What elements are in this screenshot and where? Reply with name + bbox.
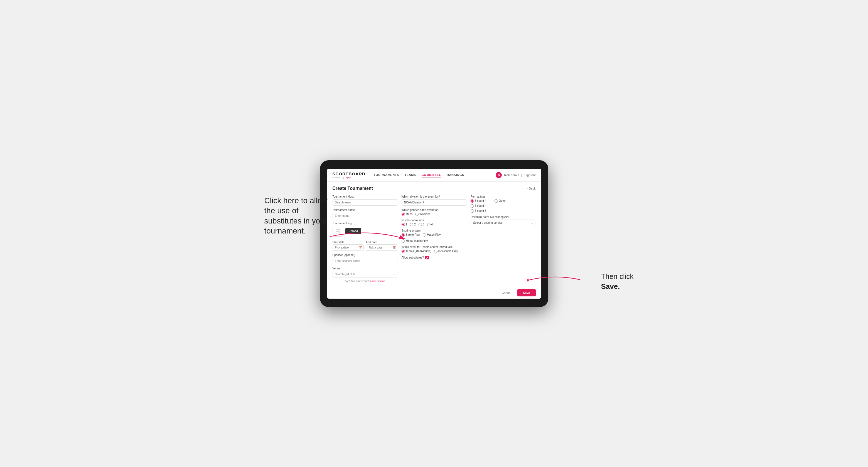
nav-tournaments[interactable]: TOURNAMENTS bbox=[374, 172, 399, 178]
tournament-name-group: Tournament name bbox=[333, 209, 397, 219]
nav-committee[interactable]: COMMITTEE bbox=[422, 172, 441, 178]
cancel-button[interactable]: Cancel bbox=[498, 289, 515, 296]
rounds-4-radio[interactable] bbox=[427, 223, 431, 226]
scoring-api-label: Use third-party live scoring API? bbox=[471, 215, 535, 218]
format-other-radio[interactable] bbox=[495, 199, 498, 203]
page-header: Create Tournament ‹ Back bbox=[333, 186, 536, 191]
scoring-api-select[interactable]: Select a scoring service bbox=[471, 220, 535, 226]
email-support-link[interactable]: email support bbox=[370, 280, 385, 282]
format-5count4-radio[interactable] bbox=[471, 199, 474, 203]
user-label: blair admin bbox=[504, 174, 519, 177]
gender-womens-radio[interactable] bbox=[415, 213, 418, 216]
venue-label: Venue bbox=[333, 267, 397, 270]
scoring-stroke-label: Stroke Play bbox=[406, 233, 420, 236]
rounds-4-label: 4 bbox=[431, 223, 433, 226]
nav-teams[interactable]: TEAMS bbox=[405, 172, 416, 178]
format-6count5-label: 6 count 5 bbox=[475, 209, 486, 212]
save-button[interactable]: Save bbox=[517, 289, 536, 297]
format-6count4-option[interactable]: 6 count 4 bbox=[471, 204, 535, 208]
gender-label: Which gender is the event for? bbox=[402, 209, 466, 212]
signout-link[interactable]: Sign out bbox=[524, 174, 535, 177]
allow-substitutes-group: Allow substitutes? bbox=[402, 256, 466, 259]
gender-womens-option[interactable]: Womens bbox=[415, 213, 430, 216]
scoring-radio-group: Stroke Play Match Play Medal Match Play bbox=[402, 233, 466, 243]
venue-group: Venue Can't find your venue? email suppo… bbox=[333, 267, 397, 282]
allow-substitutes-checkbox[interactable] bbox=[425, 256, 429, 259]
format-type-label: Format type bbox=[471, 195, 535, 198]
rounds-4-option[interactable]: 4 bbox=[427, 223, 433, 226]
format-other-label: Other bbox=[499, 199, 506, 202]
sponsor-input[interactable] bbox=[333, 258, 397, 264]
back-link[interactable]: ‹ Back bbox=[527, 187, 535, 190]
division-label: Which division is the event for? bbox=[402, 195, 466, 198]
rounds-2-label: 2 bbox=[414, 223, 416, 226]
scoring-match-radio[interactable] bbox=[423, 233, 426, 237]
event-teams-radio[interactable] bbox=[402, 250, 405, 253]
event-individuals-label: Individuals Only bbox=[438, 250, 458, 253]
tournament-name-input[interactable] bbox=[333, 213, 397, 219]
sponsor-label: Sponsor (optional) bbox=[333, 253, 397, 257]
format-options: 5 count 4 Other 6 count 4 bbox=[471, 199, 535, 213]
division-select[interactable]: NCAA Division I NCAA Division II NCAA Di… bbox=[402, 199, 466, 206]
tournament-host-select-wrapper bbox=[333, 199, 397, 206]
rounds-2-option[interactable]: 2 bbox=[410, 223, 416, 226]
scoring-match-option[interactable]: Match Play bbox=[423, 233, 440, 237]
rounds-3-option[interactable]: 3 bbox=[418, 223, 425, 226]
rounds-group: Number of rounds 1 2 bbox=[402, 219, 466, 226]
nav-right: B blair admin | Sign out bbox=[496, 172, 535, 178]
scoring-group: Scoring system Stroke Play Match Play bbox=[402, 229, 466, 243]
division-select-wrapper: NCAA Division I NCAA Division II NCAA Di… bbox=[402, 199, 466, 206]
rounds-label: Number of rounds bbox=[402, 219, 466, 222]
gender-mens-radio[interactable] bbox=[402, 213, 405, 216]
gender-group: Which gender is the event for? Mens Wome… bbox=[402, 209, 466, 216]
scoring-match-label: Match Play bbox=[427, 233, 440, 236]
allow-substitutes-option[interactable]: Allow substitutes? bbox=[402, 256, 466, 259]
nav-items: TOURNAMENTS TEAMS COMMITTEE RANKINGS bbox=[374, 172, 496, 178]
page-title: Create Tournament bbox=[333, 186, 373, 191]
event-type-radio-group: Teams (+Individuals) Individuals Only bbox=[402, 250, 466, 253]
form-col-3: Format type 5 count 4 Other bbox=[471, 195, 535, 282]
gender-womens-label: Womens bbox=[420, 213, 430, 216]
rounds-2-radio[interactable] bbox=[410, 223, 413, 226]
annotation-right: Then click Save. bbox=[601, 271, 654, 292]
event-teams-option[interactable]: Teams (+Individuals) bbox=[402, 250, 431, 253]
event-individuals-option[interactable]: Individuals Only bbox=[434, 250, 458, 253]
event-type-label: Is this event for Teams and/or Individua… bbox=[402, 246, 466, 249]
scoring-api-group: Use third-party live scoring API? Select… bbox=[471, 215, 535, 226]
nav-separator: | bbox=[521, 174, 522, 177]
event-individuals-radio[interactable] bbox=[434, 250, 437, 253]
scoring-medal-label: Medal Match Play bbox=[406, 239, 428, 242]
format-5count4-label: 5 count 4 bbox=[475, 199, 486, 202]
logo-scoreboard: SCOREBOARD bbox=[333, 172, 365, 176]
format-type-group: Format type 5 count 4 Other bbox=[471, 195, 535, 213]
gender-mens-option[interactable]: Mens bbox=[402, 213, 412, 216]
format-6count4-radio[interactable] bbox=[471, 204, 474, 208]
format-5count4-option[interactable]: 5 count 4 bbox=[471, 199, 486, 203]
gender-radio-group: Mens Womens bbox=[402, 213, 466, 216]
format-6count4-label: 6 count 4 bbox=[475, 204, 486, 207]
tournament-host-group: Tournament Host bbox=[333, 195, 397, 206]
venue-help: Can't find your venue? email support bbox=[333, 280, 397, 282]
event-teams-label: Teams (+Individuals) bbox=[406, 250, 431, 253]
format-other-option[interactable]: Other bbox=[495, 199, 506, 203]
sponsor-group: Sponsor (optional) bbox=[333, 253, 397, 264]
format-6count5-radio[interactable] bbox=[471, 209, 474, 213]
gender-mens-label: Mens bbox=[406, 213, 412, 216]
format-6count5-option[interactable]: 6 count 5 bbox=[471, 209, 535, 213]
tournament-host-input[interactable] bbox=[333, 199, 397, 206]
tournament-logo-label: Tournament logo bbox=[333, 222, 397, 225]
rounds-3-label: 3 bbox=[423, 223, 425, 226]
avatar: B bbox=[496, 172, 502, 178]
annotation-left: Click here to allow the use of substitut… bbox=[265, 196, 337, 236]
form-footer: Cancel Save bbox=[327, 287, 541, 299]
logo-powered: Powered by clippd bbox=[333, 176, 365, 179]
form-col-2: Which division is the event for? NCAA Di… bbox=[402, 195, 466, 282]
nav-rankings[interactable]: RANKINGS bbox=[447, 172, 464, 178]
arrow-right-icon bbox=[527, 271, 583, 288]
tournament-name-label: Tournament name bbox=[333, 209, 397, 212]
scoring-label: Scoring system bbox=[402, 229, 466, 232]
rounds-radio-group: 1 2 3 bbox=[402, 223, 466, 226]
rounds-3-radio[interactable] bbox=[418, 223, 422, 226]
venue-input[interactable] bbox=[333, 271, 397, 278]
tournament-host-label: Tournament Host bbox=[333, 195, 397, 198]
